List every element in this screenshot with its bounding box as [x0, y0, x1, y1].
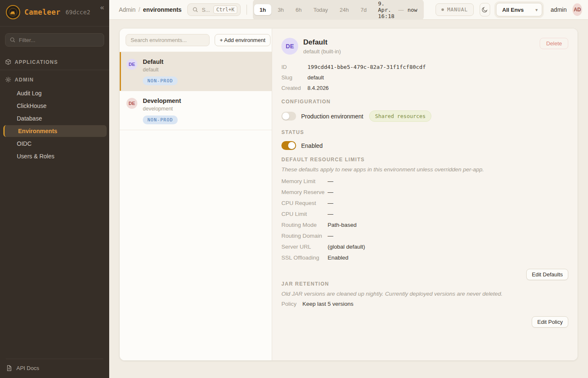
- collapse-sidebar-icon[interactable]: «: [100, 3, 104, 12]
- header-divider: [247, 5, 247, 15]
- breadcrumb: Admin / environments: [119, 6, 181, 13]
- resource-label: CPU Limit: [281, 211, 328, 217]
- info-row-created: Created 8.4.2026: [281, 85, 568, 91]
- environment-search-input[interactable]: [126, 34, 210, 46]
- resource-row-routing-domain: Routing Domain —: [281, 230, 568, 241]
- sidebar: « Cameleer 69dcce2 Filter...: [0, 0, 109, 378]
- configuration-heading: CONFIGURATION: [281, 99, 568, 105]
- resource-label: CPU Request: [281, 200, 328, 206]
- info-label: ID: [281, 64, 307, 70]
- breadcrumb-page: environments: [143, 6, 182, 13]
- environment-slug-value: default: [307, 74, 568, 81]
- document-icon: [6, 365, 12, 371]
- sidebar-divider: [0, 70, 109, 70]
- content-area: + Add environment DE Default default NON…: [109, 20, 588, 378]
- resource-value: —: [328, 211, 568, 217]
- environments-card: + Add environment DE Default default NON…: [120, 29, 578, 360]
- delete-environment-button[interactable]: Delete: [540, 38, 568, 49]
- nav-section-label: ADMIN: [15, 77, 34, 83]
- env-filter-select[interactable]: All Envs ▾: [496, 3, 542, 16]
- nav-section-applications[interactable]: APPLICATIONS: [0, 55, 109, 69]
- chevron-down-icon: ▾: [536, 8, 538, 12]
- enabled-label: Enabled: [301, 142, 323, 149]
- add-environment-button[interactable]: + Add environment: [215, 34, 270, 46]
- resource-label: SSL Offloading: [281, 255, 328, 261]
- time-separator: —: [398, 7, 404, 13]
- environment-avatar: DE: [281, 38, 298, 55]
- resource-row-memory-reserve: Memory Reserve —: [281, 186, 568, 197]
- resource-value: Enabled: [328, 255, 568, 261]
- sidebar-divider: [0, 26, 109, 26]
- non-prod-badge: NON-PROD: [143, 76, 178, 85]
- environment-subtitle: default (built-in): [303, 48, 341, 55]
- policy-value: Keep last 5 versions: [302, 301, 568, 307]
- sidebar-divider: [6, 359, 103, 359]
- cameleer-logo-icon: [6, 5, 20, 19]
- resource-value: (global default): [328, 244, 568, 250]
- shared-resources-badge: Shared resources: [369, 110, 431, 122]
- resource-label: Routing Mode: [281, 222, 328, 228]
- resource-row-routing-mode: Routing Mode Path-based: [281, 219, 568, 230]
- environment-name: Development: [143, 97, 181, 104]
- resource-limits-note: These defaults apply to new apps in this…: [281, 166, 568, 173]
- resource-value: —: [328, 189, 568, 195]
- environment-list-item-development[interactable]: DE Development development NON-PROD: [120, 91, 272, 130]
- info-label: Slug: [281, 74, 307, 81]
- sidebar-item-oidc[interactable]: OIDC: [0, 138, 107, 150]
- api-docs-link[interactable]: API Docs: [6, 360, 103, 371]
- top-header: Admin / environments S... Ctrl+K 1h 3h 6…: [109, 0, 588, 20]
- enabled-toggle[interactable]: [281, 141, 296, 150]
- sidebar-item-database[interactable]: Database: [0, 113, 107, 124]
- resource-value: —: [328, 233, 568, 239]
- status-heading: STATUS: [281, 129, 568, 135]
- nav-section-label: APPLICATIONS: [15, 59, 58, 65]
- sidebar-item-users-roles[interactable]: Users & Roles: [0, 150, 107, 162]
- environment-id-value: 199cdd41-bbe5-479c-82a7-31f1fcf80cdf: [307, 64, 568, 70]
- status-dot-icon: [441, 8, 444, 11]
- time-range-7d[interactable]: 7d: [355, 4, 372, 15]
- sidebar-item-audit-log[interactable]: Audit Log: [0, 87, 107, 99]
- breadcrumb-admin[interactable]: Admin: [119, 6, 136, 13]
- environment-title: Default: [303, 38, 341, 47]
- username-label: admin: [551, 6, 567, 13]
- refresh-mode-badge[interactable]: MANUAL: [436, 3, 474, 16]
- resource-row-cpu-limit: CPU Limit —: [281, 208, 568, 219]
- breadcrumb-separator: /: [139, 6, 140, 13]
- gear-icon: [5, 76, 11, 83]
- jar-retention-heading: JAR RETENTION: [281, 281, 568, 287]
- api-docs-label: API Docs: [16, 365, 39, 371]
- brand-version: 69dcce2: [66, 9, 90, 16]
- edit-defaults-button[interactable]: Edit Defaults: [526, 269, 568, 280]
- time-to: now: [407, 7, 417, 13]
- global-search-button[interactable]: S... Ctrl+K: [187, 3, 241, 16]
- sidebar-item-clickhouse[interactable]: ClickHouse: [0, 100, 107, 112]
- brand: Cameleer 69dcce2: [6, 5, 103, 19]
- sidebar-filter-input[interactable]: Filter...: [5, 33, 104, 47]
- resource-row-ssl-offloading: SSL Offloading Enabled: [281, 252, 568, 263]
- environment-avatar: DE: [126, 59, 137, 70]
- edit-policy-button[interactable]: Edit Policy: [532, 316, 568, 328]
- environment-list-item-default[interactable]: DE Default default NON-PROD: [120, 52, 272, 91]
- production-environment-toggle[interactable]: [281, 112, 296, 121]
- filter-placeholder: Filter...: [19, 37, 35, 43]
- time-from: 9. Apr. 16:18: [378, 0, 394, 19]
- time-range-today[interactable]: Today: [308, 4, 333, 15]
- sidebar-item-environments[interactable]: Environments: [3, 125, 107, 137]
- sidebar-nav: APPLICATIONS ADMIN Audit Log ClickHouse …: [0, 53, 109, 353]
- time-range-24h[interactable]: 24h: [334, 4, 354, 15]
- time-range-3h[interactable]: 3h: [272, 4, 289, 15]
- resource-label: Server URL: [281, 244, 328, 250]
- package-icon: [5, 59, 11, 65]
- search-label: S...: [202, 7, 210, 13]
- environment-created-value: 8.4.2026: [307, 85, 568, 91]
- policy-label: Policy: [281, 301, 302, 307]
- time-range-1h[interactable]: 1h: [254, 4, 271, 15]
- time-range-group: 1h 3h 6h Today 24h 7d 9. Apr. 16:18 — no…: [253, 0, 424, 21]
- resource-value: Path-based: [328, 222, 568, 228]
- time-range-display[interactable]: 9. Apr. 16:18 — now: [373, 0, 423, 19]
- nav-section-admin[interactable]: ADMIN: [0, 73, 109, 87]
- search-icon: [10, 37, 16, 43]
- dark-mode-toggle-button[interactable]: [480, 3, 490, 16]
- user-avatar[interactable]: AD: [572, 3, 582, 16]
- time-range-6h[interactable]: 6h: [290, 4, 307, 15]
